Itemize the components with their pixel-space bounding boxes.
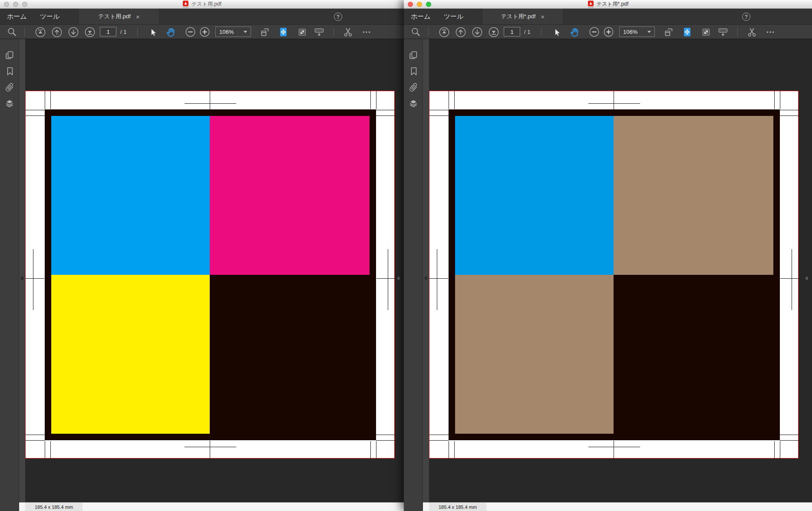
document-tab-label: テスト用*.pdf <box>501 13 536 20</box>
sidebar-page-thumbnails-button[interactable] <box>4 49 15 61</box>
fullscreen-icon <box>297 27 307 37</box>
status-bar: 185.4 x 185.4 mm <box>19 502 404 511</box>
select-tool-button[interactable] <box>148 25 158 39</box>
document-tab[interactable]: テスト用*.pdf × <box>482 9 564 24</box>
fit-one-page-button[interactable] <box>682 25 693 39</box>
artwork-quadrant-top-right <box>614 116 773 275</box>
zoom-in-button[interactable] <box>603 25 614 39</box>
last-page-icon <box>488 26 499 38</box>
zoom-level-dropdown[interactable]: 106% <box>215 26 251 37</box>
minimize-window-button[interactable] <box>13 2 18 7</box>
menu-home[interactable]: ホーム <box>7 13 27 21</box>
chevron-left-icon <box>397 276 399 280</box>
close-window-button[interactable] <box>4 2 9 7</box>
hand-tool-button[interactable] <box>569 25 581 39</box>
title-bar: テスト用.pdf <box>0 0 404 9</box>
page-thumbnails-icon <box>4 50 15 60</box>
search-button[interactable] <box>410 25 421 39</box>
zoom-window-button[interactable] <box>22 2 27 7</box>
sidebar-bookmarks-button[interactable] <box>4 66 15 77</box>
pdf-page <box>25 91 395 458</box>
zoom-out-button[interactable] <box>185 25 196 39</box>
artwork-quadrant-bottom-left <box>455 275 614 434</box>
artwork-quadrant-top-left <box>455 116 614 275</box>
next-page-button[interactable] <box>472 25 483 39</box>
open-tools-pane-handle[interactable] <box>397 276 399 280</box>
window-title: テスト用.pdf <box>191 0 221 8</box>
help-button[interactable]: ? <box>742 13 750 21</box>
artwork-quadrant-top-right <box>210 116 370 275</box>
collapse-nav-pane-handle[interactable] <box>20 276 23 280</box>
first-page-icon <box>35 26 46 38</box>
zoom-window-button[interactable] <box>426 2 431 7</box>
sidebar-layers-button[interactable] <box>408 98 419 109</box>
toolbar: / 1 106% <box>404 25 812 39</box>
hide-toolbar-icon <box>717 26 729 38</box>
sidebar-layers-button[interactable] <box>4 98 15 109</box>
zoom-level-dropdown[interactable]: 106% <box>619 26 655 37</box>
cursor-icon <box>552 27 561 37</box>
sidebar-bookmarks-button[interactable] <box>408 66 419 77</box>
menu-home[interactable]: ホーム <box>411 13 431 21</box>
layers-icon <box>4 98 15 109</box>
sidebar-gutter <box>19 39 25 502</box>
tab-close-button[interactable]: × <box>541 13 545 20</box>
more-options-button[interactable] <box>361 25 372 39</box>
cursor-icon <box>148 27 158 37</box>
search-icon <box>410 26 421 37</box>
scissors-tool-button[interactable] <box>342 25 354 39</box>
scissors-icon <box>746 26 758 38</box>
previous-page-button[interactable] <box>455 25 466 39</box>
hide-toolbar-button[interactable] <box>717 25 729 39</box>
main-menu: ホーム ツール <box>404 9 812 24</box>
fullscreen-button[interactable] <box>297 25 307 39</box>
first-page-button[interactable] <box>439 25 450 39</box>
desktop: テスト用.pdf ホーム ツール テスト用.pdf × ? <box>0 0 812 511</box>
fullscreen-button[interactable] <box>701 25 711 39</box>
select-tool-button[interactable] <box>551 25 562 39</box>
previous-page-button[interactable] <box>51 25 63 39</box>
paperclip-icon <box>408 82 419 92</box>
more-options-button[interactable] <box>765 25 776 39</box>
pdf-file-icon <box>588 0 594 8</box>
window-title: テスト用*.pdf <box>597 0 629 8</box>
close-window-button[interactable] <box>408 2 413 7</box>
scissors-tool-button[interactable] <box>746 25 758 39</box>
zoom-in-button[interactable] <box>199 25 210 39</box>
page-number-input[interactable] <box>504 27 520 36</box>
arrow-up-icon <box>51 26 63 38</box>
ellipsis-icon <box>361 27 372 37</box>
fit-page-icon <box>682 26 693 37</box>
help-button[interactable]: ? <box>334 13 342 21</box>
sidebar-page-thumbnails-button[interactable] <box>408 49 419 61</box>
caret-down-icon <box>244 31 247 33</box>
acrobat-window-left: テスト用.pdf ホーム ツール テスト用.pdf × ? <box>0 0 404 511</box>
page-number-input[interactable] <box>100 27 116 36</box>
arrow-up-icon <box>455 26 466 38</box>
sidebar-attachments-button[interactable] <box>4 82 15 93</box>
next-page-button[interactable] <box>68 25 79 39</box>
page-fit-button[interactable] <box>260 25 270 39</box>
hand-tool-button[interactable] <box>165 25 177 39</box>
sidebar-attachments-button[interactable] <box>408 82 419 93</box>
layers-icon <box>408 98 419 109</box>
last-page-button[interactable] <box>488 25 499 39</box>
minimize-window-button[interactable] <box>417 2 422 7</box>
menu-tools[interactable]: ツール <box>40 13 60 21</box>
collapse-nav-pane-handle[interactable] <box>424 276 427 280</box>
document-tab[interactable]: テスト用.pdf × <box>78 9 160 24</box>
hand-icon <box>165 26 177 38</box>
page-fit-button[interactable] <box>663 25 674 39</box>
menu-tools[interactable]: ツール <box>444 13 464 21</box>
page-count-label: / 1 <box>524 25 530 39</box>
tab-close-button[interactable]: × <box>136 13 140 20</box>
fit-one-page-button[interactable] <box>278 25 289 39</box>
last-page-button[interactable] <box>84 25 96 39</box>
search-button[interactable] <box>6 25 17 39</box>
zoom-out-button[interactable] <box>589 25 600 39</box>
hide-toolbar-icon <box>314 26 325 38</box>
plus-circle-icon <box>199 26 210 37</box>
open-tools-pane-handle[interactable] <box>805 276 808 280</box>
hide-toolbar-button[interactable] <box>314 25 325 39</box>
first-page-button[interactable] <box>35 25 46 39</box>
